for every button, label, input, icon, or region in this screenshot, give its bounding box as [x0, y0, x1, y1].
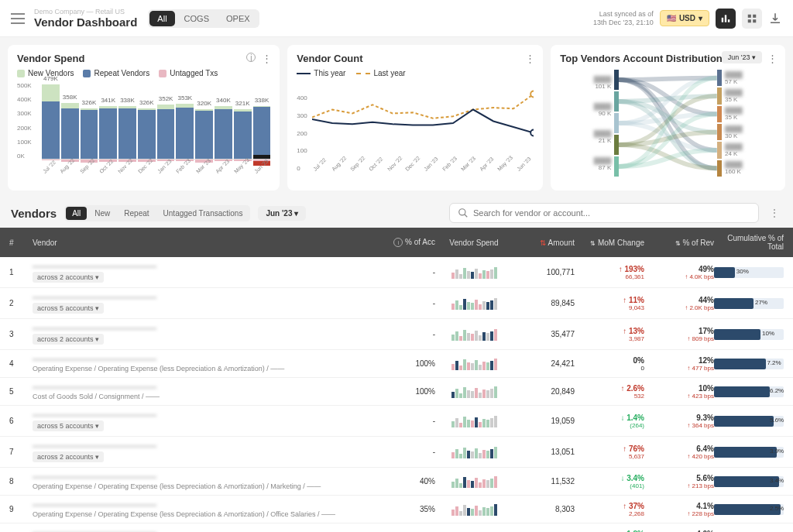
charts-row: Vendor Spend i ⋮ New Vendors Repeat Vend…: [0, 37, 793, 198]
vendor-tabs: All New Repeat Untagged Transactions: [64, 205, 250, 221]
svg-rect-6: [753, 19, 756, 22]
page-title: Vendor Dashboard: [34, 15, 137, 29]
tab-untagged[interactable]: Untagged Transactions: [157, 207, 249, 220]
company-subtitle: Demo Company — Retail US: [34, 8, 137, 15]
currency-selector[interactable]: 🇺🇸USD▾: [660, 10, 709, 26]
svg-point-8: [531, 91, 534, 98]
svg-point-9: [459, 209, 465, 215]
accounts-pill[interactable]: across 2 accounts ▾: [33, 334, 104, 345]
section-title: Vendors: [11, 207, 57, 220]
table-row[interactable]: 3 ———————————————— across 2 accounts ▾ -…: [0, 319, 793, 350]
table-row[interactable]: 4 ———————————————— Operating Expense / O…: [0, 350, 793, 378]
tab-new[interactable]: New: [88, 207, 116, 220]
filter-cogs[interactable]: COGS: [177, 11, 217, 26]
more-icon[interactable]: ⋮: [262, 53, 272, 64]
sync-info: Last synced as of 13th Dec '23, 21:10: [593, 10, 654, 27]
svg-rect-2: [728, 19, 729, 22]
table-row[interactable]: 6 ———————————————— across 5 accounts ▾ -…: [0, 406, 793, 437]
table-row[interactable]: 7 ———————————————— across 2 accounts ▾ -…: [0, 437, 793, 468]
period-selector[interactable]: Jun '23 ▾: [722, 51, 762, 63]
vendors-toolbar: Vendors All New Repeat Untagged Transact…: [0, 198, 793, 228]
col-rev[interactable]: ⇅ % of Rev: [644, 239, 714, 247]
count-legend: This year Last year: [297, 69, 534, 77]
accounts-pill[interactable]: across 5 accounts ▾: [33, 303, 104, 314]
download-icon[interactable]: [768, 12, 782, 26]
tab-all[interactable]: All: [66, 207, 87, 220]
table-row[interactable]: 5 ———————————————— Cost of Goods Sold / …: [0, 378, 793, 406]
table-header: # Vendor i % of Acc Vendor Spend ⇅ Amoun…: [0, 228, 793, 257]
col-amount[interactable]: ⇅ Amount: [513, 239, 575, 247]
search-box[interactable]: [449, 203, 759, 223]
table-row[interactable]: 2 ———————————————— across 5 accounts ▾ -…: [0, 288, 793, 319]
info-icon[interactable]: i: [246, 53, 256, 62]
svg-rect-5: [748, 19, 751, 22]
col-spend: Vendor Spend: [435, 239, 513, 247]
table-row[interactable]: 10 ———————————————— Cost of Goods Sold /…: [0, 523, 793, 532]
accounts-pill[interactable]: across 2 accounts ▾: [33, 272, 104, 283]
svg-point-7: [531, 130, 534, 136]
more-icon[interactable]: ⋮: [525, 53, 535, 64]
more-icon[interactable]: ⋮: [767, 53, 778, 64]
category-filter: All COGS OPEX: [148, 9, 259, 28]
bar-chart: 500K400K300K200K100K0K 479K358K326K341K3…: [17, 82, 270, 183]
month-selector[interactable]: Jun '23 ▾: [258, 206, 306, 221]
title-block: Demo Company — Retail US Vendor Dashboar…: [34, 8, 137, 29]
more-icon[interactable]: ⋮: [767, 204, 782, 221]
menu-icon[interactable]: [11, 13, 25, 24]
vendor-spend-card: Vendor Spend i ⋮ New Vendors Repeat Vend…: [8, 45, 280, 190]
sankey-chart: ████101 K████90 K████21 K████87 K ████57…: [560, 69, 776, 177]
table-row[interactable]: 9 ———————————————— Operating Expense / O…: [0, 496, 793, 523]
view-grid-icon[interactable]: [742, 9, 762, 29]
vendor-table: # Vendor i % of Acc Vendor Spend ⇅ Amoun…: [0, 228, 793, 532]
svg-rect-4: [753, 14, 756, 17]
tab-repeat[interactable]: Repeat: [118, 207, 155, 220]
col-vendor: Vendor: [33, 239, 389, 247]
accounts-pill[interactable]: across 5 accounts ▾: [33, 420, 104, 431]
svg-rect-0: [722, 17, 723, 22]
filter-opex[interactable]: OPEX: [218, 11, 258, 26]
top-header: Demo Company — Retail US Vendor Dashboar…: [0, 0, 793, 37]
card-title: Vendor Spend: [17, 53, 270, 64]
table-row[interactable]: 8 ———————————————— Operating Expense / O…: [0, 468, 793, 496]
accounts-pill[interactable]: across 2 accounts ▾: [33, 451, 104, 462]
card-title: Vendor Count: [297, 53, 534, 64]
svg-rect-1: [725, 15, 726, 22]
vendor-count-card: Vendor Count ⋮ This year Last year 40030…: [287, 45, 543, 190]
line-chart: 4003002001000 Jul '22Aug '22Sep '22Oct '…: [297, 81, 534, 181]
svg-rect-3: [748, 14, 751, 17]
col-acc[interactable]: i % of Acc: [389, 238, 435, 248]
search-icon: [458, 208, 469, 218]
search-input[interactable]: [473, 208, 750, 218]
view-chart-icon[interactable]: [716, 9, 736, 29]
table-row[interactable]: 1 ———————————————— across 2 accounts ▾ -…: [0, 257, 793, 288]
col-num: #: [9, 239, 33, 247]
col-cum: Cumulative % of Total: [714, 234, 784, 251]
col-mom[interactable]: ⇅ MoM Change: [575, 239, 644, 247]
filter-all[interactable]: All: [149, 11, 174, 26]
top-vendors-card: Top Vendors Account Distribution Jun '23…: [551, 45, 785, 190]
